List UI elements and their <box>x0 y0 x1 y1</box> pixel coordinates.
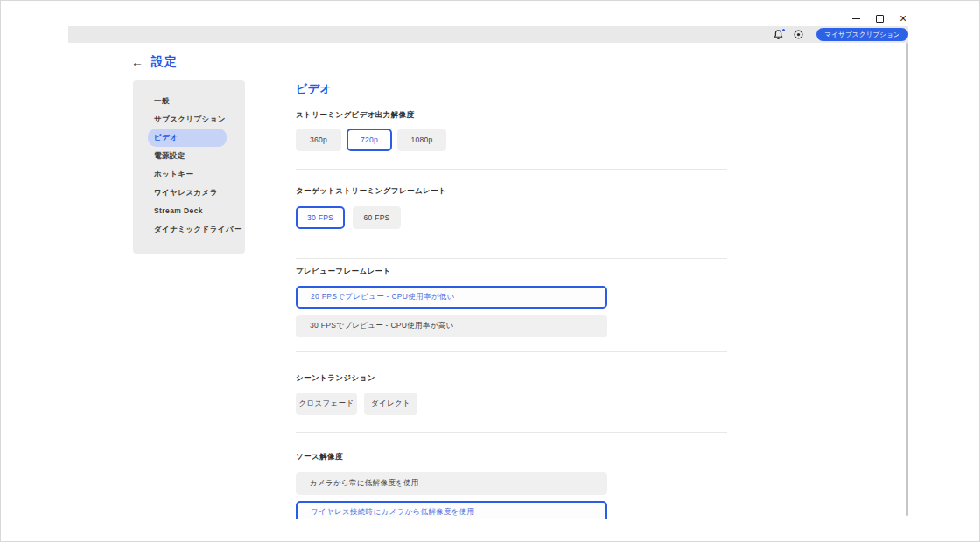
option-60fps[interactable]: 60 FPS <box>353 206 401 229</box>
sidebar-item-wireless-camera[interactable]: ワイヤレスカメラ <box>133 184 245 202</box>
app-window: × マイサブスクリプション ← 設定 一般 サブスクリプション ビデオ 電源設定 <box>0 0 980 542</box>
sidebar-item-dynamic-driver[interactable]: ダイナミックドライバー <box>133 220 245 239</box>
framerate-options: 30 FPS 60 FPS <box>296 206 727 229</box>
resolution-options: 360p 720p 1080p <box>296 129 727 151</box>
option-360p[interactable]: 360p <box>296 129 341 151</box>
notification-dot <box>782 29 786 32</box>
option-720p[interactable]: 720p <box>346 129 392 151</box>
transition-options: クロスフェード ダイレクト <box>296 393 727 415</box>
back-arrow-icon[interactable]: ← <box>131 54 144 70</box>
sidebar-item-hotkey[interactable]: ホットキー <box>133 165 245 184</box>
close-icon[interactable]: × <box>897 12 909 24</box>
sidebar-item-subscription[interactable]: サブスクリプション <box>133 110 245 129</box>
sidebar-item-stream-deck[interactable]: Stream Deck <box>133 202 245 220</box>
label-source-resolution: ソース解像度 <box>296 451 727 462</box>
sidebar-item-general[interactable]: 一般 <box>133 92 245 110</box>
maximize-icon[interactable] <box>873 12 886 24</box>
toolbar: マイサブスクリプション <box>68 26 908 43</box>
option-1080p[interactable]: 1080p <box>397 129 446 151</box>
page-title: 設定 <box>151 54 178 70</box>
section-divider <box>296 351 727 352</box>
label-target-stream-framerate: ターゲットストリーミングフレームレート <box>296 185 727 197</box>
option-30fps[interactable]: 30 FPS <box>296 206 345 229</box>
option-crossfade[interactable]: クロスフェード <box>296 393 357 415</box>
window-controls: × <box>850 12 909 24</box>
option-always-low-res[interactable]: カメラから常に低解像度を使用 <box>296 472 607 495</box>
option-direct[interactable]: ダイレクト <box>364 393 417 415</box>
section-divider <box>296 169 727 170</box>
video-settings-panel: ビデオ ストリーミングビデオ出力解像度 360p 720p 1080p ターゲッ… <box>296 81 727 519</box>
section-divider <box>296 258 727 259</box>
option-preview-20fps[interactable]: 20 FPSでプレビュー - CPU使用率が低い <box>296 286 607 309</box>
option-preview-30fps[interactable]: 30 FPSでプレビュー - CPU使用率が高い <box>296 315 607 337</box>
sidebar-item-power[interactable]: 電源設定 <box>133 147 245 165</box>
label-scene-transition: シーントランジション <box>296 372 727 384</box>
sidebar-item-video[interactable]: ビデオ <box>148 129 227 147</box>
my-subscription-button[interactable]: マイサブスクリプション <box>816 28 908 41</box>
section-divider <box>296 432 727 433</box>
notifications-bell-icon[interactable] <box>771 28 785 42</box>
page-header: ← 設定 <box>131 54 178 70</box>
label-preview-framerate: プレビューフレームレート <box>296 266 727 277</box>
label-stream-output-resolution: ストリーミングビデオ出力解像度 <box>296 109 727 121</box>
settings-sidebar: 一般 サブスクリプション ビデオ 電源設定 ホットキー ワイヤレスカメラ Str… <box>133 80 245 254</box>
section-heading-video: ビデオ <box>296 81 727 97</box>
minimize-icon[interactable] <box>850 12 862 24</box>
vertical-scrollbar[interactable] <box>906 43 908 516</box>
option-wireless-low-res[interactable]: ワイヤレス接続時にカメラから低解像度を使用 <box>296 501 607 519</box>
settings-gear-icon[interactable] <box>791 28 805 42</box>
